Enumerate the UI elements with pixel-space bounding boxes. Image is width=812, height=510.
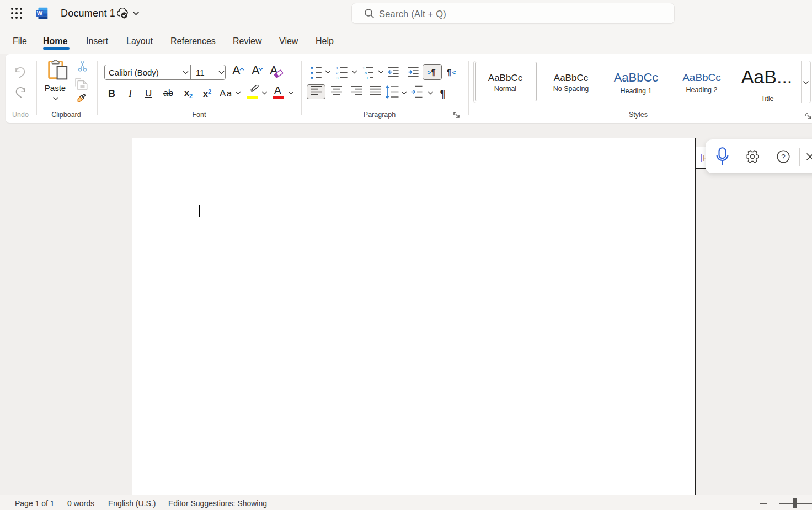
svg-text:?: ?	[781, 153, 786, 161]
svg-text:i: i	[367, 76, 368, 80]
svg-text:W: W	[37, 10, 43, 17]
svg-text:1: 1	[362, 66, 365, 71]
svg-text:1: 1	[336, 66, 338, 71]
svg-text:2: 2	[336, 71, 338, 76]
svg-text:3: 3	[336, 76, 338, 80]
svg-text:a: a	[364, 71, 367, 76]
